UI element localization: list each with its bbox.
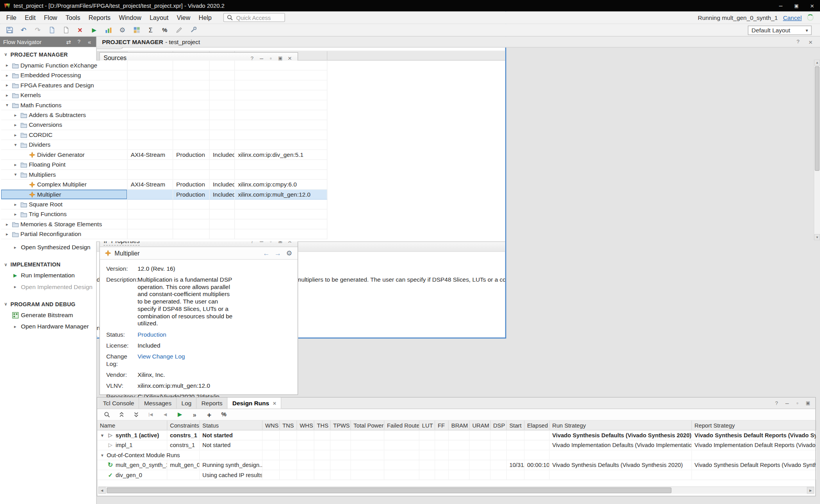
column-header-report-strategy[interactable]: Report Strategy: [692, 421, 816, 430]
chevron-right-icon[interactable]: ▸: [12, 324, 18, 329]
nav-open-synthesized-design[interactable]: ▸Open Synthesized Design: [0, 241, 96, 253]
chevron-right-icon[interactable]: ▸: [12, 245, 18, 250]
chevron-right-icon[interactable]: ▸: [4, 222, 10, 227]
menu-tools[interactable]: Tools: [61, 13, 84, 22]
copy-button[interactable]: [46, 25, 58, 35]
catalog-row-fpga-features-and-design[interactable]: ▸FPGA Features and Design: [1, 80, 505, 90]
chevron-right-icon[interactable]: ▸: [12, 122, 18, 127]
chevron-down-icon[interactable]: ▾: [99, 433, 105, 438]
nav-help-button[interactable]: ?: [75, 38, 83, 46]
cancel-link[interactable]: Cancel: [783, 14, 802, 21]
maximize-button[interactable]: ▣: [789, 0, 804, 11]
nav-generate-bitstream[interactable]: Generate Bitstream: [0, 309, 96, 321]
delete-button[interactable]: ×: [74, 25, 86, 35]
column-header-total-power[interactable]: Total Power: [351, 421, 385, 430]
report-button[interactable]: [102, 25, 114, 35]
run-button[interactable]: ▶: [175, 410, 185, 419]
catalog-row-multiplier[interactable]: MultiplierProductionIncludedxilinx.com:i…: [1, 190, 505, 199]
run-row-synth-1-active[interactable]: ▾▷synth_1 (active)constrs_1Not startedVi…: [97, 431, 815, 440]
catalog-row-complex-multiplier[interactable]: Complex MultiplierAXI4-StreamProductionI…: [1, 180, 505, 190]
flow-section-header-project-manager[interactable]: ∨PROJECT MANAGER: [0, 49, 96, 60]
minimize-button[interactable]: –: [783, 399, 791, 407]
options-button[interactable]: ⇄: [65, 38, 72, 46]
percent-button[interactable]: %: [219, 410, 228, 419]
tab-log[interactable]: Log: [177, 398, 197, 408]
edit-button[interactable]: [173, 25, 185, 35]
run-row-out-of-context-module-runs[interactable]: ▾Out-of-Context Module Runs: [97, 450, 815, 460]
catalog-row-partial-reconfiguration[interactable]: ▸Partial Reconfiguration: [1, 229, 505, 239]
column-header-tns[interactable]: TNS: [280, 421, 297, 430]
catalog-row-dividers[interactable]: ▾Dividers: [1, 140, 505, 150]
flow-section-header-implementation[interactable]: ∨IMPLEMENTATION: [0, 259, 96, 270]
undo-button[interactable]: ↶: [17, 25, 30, 35]
catalog-row-floating-point[interactable]: ▸Floating Point: [1, 160, 505, 170]
chevron-right-icon[interactable]: ▸: [4, 92, 10, 98]
flow-section-header-program-and-debug[interactable]: ∨PROGRAM AND DEBUG: [0, 299, 96, 309]
maximize-button[interactable]: ▣: [804, 399, 812, 407]
column-header-dsp[interactable]: DSP: [490, 421, 507, 430]
tab-reports[interactable]: Reports: [197, 398, 228, 408]
catalog-row-embedded-processing[interactable]: ▸Embedded Processing: [1, 71, 505, 80]
chevron-right-icon[interactable]: ▸: [4, 63, 10, 68]
layout-grid-button[interactable]: [130, 25, 143, 35]
help-button[interactable]: ?: [794, 37, 802, 46]
nav-run-implementation[interactable]: ▶Run Implementation: [0, 270, 96, 281]
chevron-right-icon[interactable]: ▸: [12, 132, 18, 137]
column-header-lut[interactable]: LUT: [419, 421, 435, 430]
collapse-nav-button[interactable]: «: [86, 38, 93, 46]
nav-open-hardware-manager[interactable]: ▸Open Hardware Manager: [0, 321, 96, 332]
scroll-right-icon[interactable]: ▶: [807, 487, 815, 493]
help-button[interactable]: ?: [772, 399, 781, 407]
field-value[interactable]: View Change Log: [137, 353, 185, 367]
chevron-down-icon[interactable]: ▾: [12, 172, 18, 177]
float-button[interactable]: ▫: [793, 399, 802, 407]
search-button[interactable]: [102, 410, 111, 419]
back-button[interactable]: ←: [262, 249, 270, 257]
catalog-row-cordic[interactable]: ▸CORDIC: [1, 130, 505, 140]
column-header-tpws[interactable]: TPWS: [330, 421, 351, 430]
menu-flow[interactable]: Flow: [40, 13, 61, 22]
chevron-right-icon[interactable]: ▸: [12, 112, 18, 117]
forward-button[interactable]: →: [273, 249, 282, 257]
menu-help[interactable]: Help: [194, 13, 216, 22]
column-header-elapsed[interactable]: Elapsed: [524, 421, 549, 430]
catalog-row-kernels[interactable]: ▸Kernels: [1, 91, 505, 100]
column-header-start[interactable]: Start: [507, 421, 525, 430]
run-button[interactable]: ▶: [88, 25, 100, 35]
menu-window[interactable]: Window: [115, 13, 146, 22]
collapse-all-button[interactable]: [117, 410, 126, 419]
catalog-row-divider-generator[interactable]: Divider GeneratorAXI4-StreamProductionIn…: [1, 150, 505, 160]
menu-reports[interactable]: Reports: [84, 13, 115, 22]
catalog-row-math-functions[interactable]: ▾Math Functions: [1, 100, 505, 110]
save-button[interactable]: [3, 25, 16, 35]
catalog-row-trig-functions[interactable]: ▸Trig Functions: [1, 209, 505, 219]
expand-all-button[interactable]: [131, 410, 141, 419]
sum-button[interactable]: Σ: [144, 25, 157, 35]
minimize-button[interactable]: –: [773, 0, 788, 11]
go-back-button[interactable]: ◀: [160, 410, 170, 419]
horizontal-scrollbar[interactable]: ◀ ▶: [98, 486, 814, 494]
column-header-wns[interactable]: WNS: [262, 421, 280, 430]
column-header-whs[interactable]: WHS: [297, 421, 314, 430]
redo-button[interactable]: ↷: [31, 25, 44, 35]
paste-button[interactable]: [60, 25, 72, 35]
column-header-failed-routes[interactable]: Failed Routes: [384, 421, 419, 430]
column-header-run-strategy[interactable]: Run Strategy: [550, 421, 692, 430]
chevron-down-icon[interactable]: ▾: [12, 142, 18, 147]
menu-view[interactable]: View: [173, 13, 194, 22]
settings-button[interactable]: ⚙: [285, 249, 293, 257]
chevron-down-icon[interactable]: ▾: [99, 453, 105, 458]
layout-selector[interactable]: Default Layout ▾: [748, 25, 811, 35]
catalog-row-square-root[interactable]: ▸Square Root: [1, 200, 505, 209]
tab-tcl-console[interactable]: Tcl Console: [98, 398, 139, 408]
chevron-right-icon[interactable]: ▸: [12, 211, 18, 217]
column-header-ths[interactable]: THS: [314, 421, 331, 430]
go-forward-button[interactable]: »: [190, 410, 199, 419]
catalog-row-adders-subtracters[interactable]: ▸Adders & Subtracters: [1, 110, 505, 120]
column-header-name[interactable]: Name: [97, 421, 167, 430]
scroll-left-icon[interactable]: ◀: [98, 487, 106, 493]
tab-design-runs[interactable]: Design Runs×: [228, 398, 282, 408]
tab-messages[interactable]: Messages: [139, 398, 177, 408]
column-header-ff[interactable]: FF: [435, 421, 449, 430]
close-button[interactable]: ×: [804, 0, 820, 11]
